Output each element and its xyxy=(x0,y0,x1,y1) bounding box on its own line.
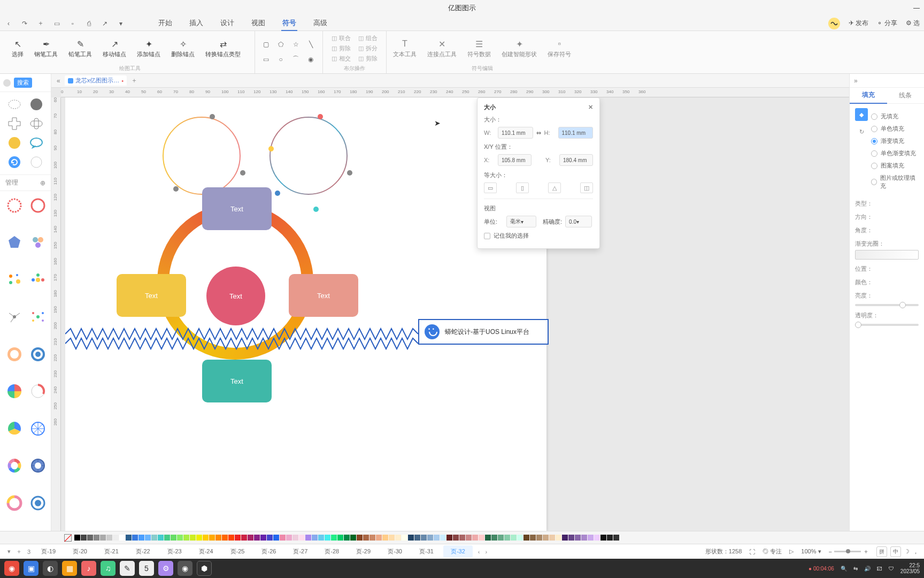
color-swatch[interactable] xyxy=(196,535,202,541)
eq-angle-icon[interactable]: △ xyxy=(548,182,561,193)
color-swatch[interactable] xyxy=(562,535,568,541)
fit-icon[interactable]: ⛶ xyxy=(749,549,755,555)
remember-checkbox[interactable] xyxy=(484,233,490,239)
tray-volume-icon[interactable]: 🔊 xyxy=(864,566,871,572)
color-swatch[interactable] xyxy=(203,535,209,541)
save-symbol[interactable]: ▫保存符号 xyxy=(544,36,574,60)
color-swatch[interactable] xyxy=(575,535,581,541)
diagram-circle-center[interactable]: Text xyxy=(206,267,265,325)
color-swatch[interactable] xyxy=(530,535,536,541)
color-swatch[interactable] xyxy=(74,535,80,541)
tray-shield-icon[interactable]: 🛡 xyxy=(889,566,894,572)
color-swatch[interactable] xyxy=(440,535,446,541)
color-swatch[interactable] xyxy=(190,535,196,541)
page-next-icon[interactable]: › xyxy=(485,549,487,555)
move-anchor-tool[interactable]: ↗移动锚点 xyxy=(99,36,129,60)
color-swatch[interactable] xyxy=(395,535,401,541)
delete-anchor-tool[interactable]: ✧删除锚点 xyxy=(168,36,198,60)
color-swatch[interactable] xyxy=(382,535,388,541)
page-tab[interactable]: 页-20 xyxy=(65,545,95,558)
color-swatch[interactable] xyxy=(292,535,298,541)
gallery-item[interactable] xyxy=(29,345,47,363)
color-swatch[interactable] xyxy=(594,535,600,541)
tab-fill[interactable]: 填充 xyxy=(850,87,887,104)
diagram-box-right[interactable]: Text xyxy=(289,274,358,317)
tray-battery-icon[interactable]: 🗠 xyxy=(877,566,882,572)
eq-width-icon[interactable]: ▭ xyxy=(484,182,497,193)
color-swatch[interactable] xyxy=(408,535,414,541)
symbol-data[interactable]: ☰符号数据 xyxy=(464,36,494,60)
page-tab[interactable]: 页-19 xyxy=(34,545,63,558)
tray-wifi-icon[interactable]: ⇆ xyxy=(853,566,858,572)
color-swatch[interactable] xyxy=(299,535,305,541)
taskbar-app-8[interactable]: ⚙ xyxy=(158,561,173,576)
bool-intersect[interactable]: ◫ 相交 xyxy=(332,55,351,63)
page-tab[interactable]: 页-31 xyxy=(412,545,441,558)
color-swatch[interactable] xyxy=(421,535,427,541)
lib-empty-circle[interactable] xyxy=(28,155,44,169)
color-swatch[interactable] xyxy=(543,535,549,541)
page-tab[interactable]: 页-25 xyxy=(223,545,252,558)
color-swatch[interactable] xyxy=(228,535,234,541)
page-prev-icon[interactable]: ‹ xyxy=(478,549,480,555)
new-icon[interactable]: ＋ xyxy=(36,19,45,28)
color-swatch[interactable] xyxy=(453,535,459,541)
color-swatch[interactable] xyxy=(414,535,420,541)
taskbar-app-6[interactable]: ✎ xyxy=(120,561,135,576)
tab-start[interactable]: 开始 xyxy=(157,16,173,31)
gallery-item[interactable] xyxy=(29,233,47,252)
taskbar-app-7[interactable]: 5 xyxy=(139,561,154,576)
gradient-stops[interactable] xyxy=(855,250,919,260)
export-icon[interactable]: ↗ xyxy=(101,19,109,28)
taskbar-app-4[interactable]: ♪ xyxy=(81,561,96,576)
diagram-small-circle-2[interactable] xyxy=(268,116,349,196)
expand-props-icon[interactable]: » xyxy=(854,77,858,85)
callout-box[interactable]: 蟒蛇设计-基于UOS Linux平台 xyxy=(418,319,549,345)
page-tab[interactable]: 页-29 xyxy=(349,545,378,558)
tray-search-icon[interactable]: 🔍 xyxy=(841,566,847,572)
gallery-item[interactable] xyxy=(5,271,24,289)
color-swatch[interactable] xyxy=(485,535,491,541)
color-swatch[interactable] xyxy=(600,535,606,541)
color-swatch[interactable] xyxy=(357,535,363,541)
color-swatch[interactable] xyxy=(126,535,132,541)
gallery-item[interactable] xyxy=(29,457,47,475)
tab-advanced[interactable]: 高级 xyxy=(312,16,328,31)
pen-tool[interactable]: ✒钢笔工具 xyxy=(31,36,61,60)
no-fill-swatch[interactable] xyxy=(64,534,72,542)
color-swatch[interactable] xyxy=(607,535,613,541)
tab-design[interactable]: 设计 xyxy=(219,16,235,31)
color-swatch[interactable] xyxy=(588,535,594,541)
color-swatch[interactable] xyxy=(94,535,99,541)
color-swatch[interactable] xyxy=(87,535,93,541)
width-input[interactable]: 110.1 mm xyxy=(498,127,533,139)
page-tab[interactable]: 页-22 xyxy=(128,545,158,558)
diagram-box-left[interactable]: Text xyxy=(117,274,186,317)
focus-icon[interactable]: ◎ 专注 xyxy=(763,547,782,556)
color-swatch[interactable] xyxy=(479,535,484,541)
color-swatch[interactable] xyxy=(613,535,619,541)
color-swatch[interactable] xyxy=(100,535,106,541)
more-icon[interactable]: ▾ xyxy=(117,19,125,28)
color-swatch[interactable] xyxy=(248,535,253,541)
create-smart-shape[interactable]: ✦创建智能形状 xyxy=(498,36,540,60)
page-tab[interactable]: 页-21 xyxy=(97,545,126,558)
zoom-level[interactable]: 100% ▾ xyxy=(801,548,821,555)
print-icon[interactable]: ⎙ xyxy=(84,19,93,28)
document-tab[interactable]: 龙芯x亿图图示… • xyxy=(65,75,127,86)
taskbar-app-1[interactable]: ▣ xyxy=(24,561,38,576)
color-swatch[interactable] xyxy=(81,535,87,541)
shape-rect-icon[interactable]: ▢ xyxy=(260,39,271,50)
color-swatch[interactable] xyxy=(183,535,189,541)
tab-view[interactable]: 视图 xyxy=(250,16,266,31)
gallery-item[interactable] xyxy=(29,271,47,289)
gallery-item[interactable] xyxy=(29,308,47,326)
color-swatch[interactable] xyxy=(235,535,241,541)
add-category-icon[interactable]: ⊕ xyxy=(40,179,45,187)
lib-cross-shape[interactable] xyxy=(6,117,22,131)
taskbar-app-2[interactable]: ◐ xyxy=(43,561,58,576)
height-input[interactable]: 110.1 mm xyxy=(558,127,594,139)
bool-union[interactable]: ◫ 联合 xyxy=(332,34,351,42)
color-swatch[interactable] xyxy=(260,535,266,541)
minimize-icon[interactable]: — xyxy=(913,4,920,12)
